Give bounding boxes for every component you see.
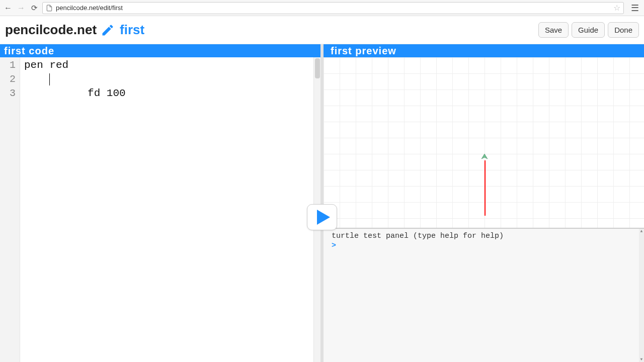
code-line: fd 100 (24, 72, 316, 86)
scroll-down-icon[interactable]: ▼ (639, 357, 644, 362)
svg-marker-0 (481, 154, 488, 159)
line-number: 2 (0, 72, 20, 86)
url-text: pencilcode.net/edit/first (56, 4, 608, 12)
bookmark-star-icon[interactable]: ☆ (613, 3, 620, 13)
browser-chrome: ← → ⟳ pencilcode.net/edit/first ☆ ☰ (0, 0, 644, 16)
address-bar[interactable]: pencilcode.net/edit/first ☆ (42, 2, 624, 14)
text-cursor (49, 73, 50, 85)
save-button[interactable]: Save (538, 22, 569, 38)
reload-button[interactable]: ⟳ (29, 3, 39, 13)
code-lines[interactable]: pen red fd 100 (20, 57, 320, 362)
nav-forward-button[interactable]: → (16, 3, 26, 13)
browser-menu-button[interactable]: ☰ (629, 2, 641, 14)
preview-panel-header: first preview (324, 44, 644, 57)
turtle-drawn-line (485, 160, 486, 216)
done-button[interactable]: Done (608, 22, 639, 38)
canvas-grid (324, 57, 644, 228)
brand-label: pencilcode.net (5, 22, 97, 38)
scroll-thumb[interactable] (315, 58, 320, 78)
preview-panel: first preview turtle test panel (type he… (324, 44, 644, 362)
line-number: 1 (0, 58, 20, 72)
code-editor[interactable]: 1 2 3 pen red fd 100 (0, 57, 320, 362)
console-panel[interactable]: turtle test panel (type help for help) >… (324, 228, 644, 362)
nav-back-button[interactable]: ← (3, 3, 13, 13)
turtle-canvas[interactable] (324, 57, 644, 228)
app-header: pencilcode.net first Save Guide Done (0, 16, 644, 44)
code-panel: first code 1 2 3 pen red fd 100 (0, 44, 320, 362)
line-gutter: 1 2 3 (0, 57, 20, 362)
play-icon (317, 210, 330, 225)
panels: first code 1 2 3 pen red fd 100 first pr… (0, 44, 644, 362)
guide-button[interactable]: Guide (572, 22, 605, 38)
console-scrollbar[interactable]: ▲▼ (639, 229, 644, 362)
preview-area: turtle test panel (type help for help) >… (324, 57, 644, 362)
run-button[interactable] (307, 204, 337, 230)
code-line: pen red (24, 58, 316, 72)
line-number: 3 (0, 86, 20, 101)
pencil-icon (101, 23, 115, 37)
page-icon (46, 5, 53, 12)
code-panel-header: first code (0, 44, 320, 57)
scroll-up-icon[interactable]: ▲ (639, 229, 644, 234)
console-prompt-line[interactable]: > (332, 241, 636, 250)
filename-label[interactable]: first (120, 22, 144, 38)
turtle-icon (480, 154, 489, 162)
console-prompt: > (332, 241, 336, 250)
console-message: turtle test panel (type help for help) (332, 232, 636, 240)
